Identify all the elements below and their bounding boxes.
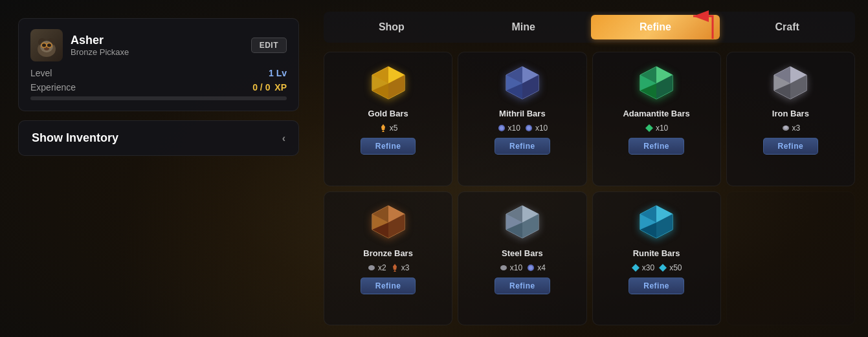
level-label: Level — [30, 68, 52, 78]
item-card-mithril-bars: Mithril Bars x10 x10 Refine — [458, 52, 586, 186]
avatar — [30, 29, 63, 61]
mithril-bars-name: Mithril Bars — [499, 109, 546, 118]
svg-marker-17 — [381, 124, 385, 130]
svg-marker-68 — [632, 264, 640, 272]
steel-bars-refine-button[interactable]: Refine — [495, 277, 550, 294]
profile-card: Asher Bronze Pickaxe EDIT Level 1 Lv Exp… — [18, 18, 299, 111]
experience-label: Experience — [30, 82, 76, 92]
item-card-adamantite-bars: Adamantite Bars x10 Refine — [592, 52, 721, 186]
iron-bars-cost: x3 — [781, 124, 801, 133]
tabs-bar: Shop Mine Refine Craft — [324, 12, 855, 43]
left-panel: Asher Bronze Pickaxe EDIT Level 1 Lv Exp… — [0, 0, 317, 337]
items-grid: Gold Bars x5 Refine — [324, 52, 855, 325]
mithril-bars-icon — [501, 61, 543, 103]
bronze-bars-refine-button[interactable]: Refine — [361, 277, 416, 294]
svg-point-50 — [368, 265, 375, 270]
stats-section: Level 1 Lv Experience 0 / 0 XP — [30, 68, 287, 100]
bronze-bars-cost: x2 x3 — [367, 263, 409, 272]
svg-marker-69 — [659, 264, 667, 272]
mithril-bars-cost: x10 x10 — [497, 124, 548, 133]
red-arrow-icon — [667, 6, 719, 45]
profile-subtitle: Bronze Pickaxe — [71, 47, 243, 57]
gold-bars-cost: x5 — [379, 124, 398, 133]
runite-bars-icon — [636, 201, 678, 243]
gold-bars-name: Gold Bars — [368, 109, 408, 118]
chevron-left-icon: ‹ — [282, 133, 285, 144]
show-inventory-button[interactable]: Show Inventory ‹ — [18, 120, 299, 156]
edit-button[interactable]: EDIT — [251, 38, 287, 53]
svg-point-43 — [784, 126, 788, 129]
tab-mine[interactable]: Mine — [459, 15, 588, 39]
xp-bar — [30, 96, 287, 100]
tab-shop[interactable]: Shop — [327, 15, 456, 39]
svg-point-61 — [529, 266, 533, 270]
bronze-bars-name: Bronze Bars — [363, 248, 413, 258]
gold-bars-cost-1: x5 — [390, 124, 398, 133]
gold-bars-icon — [367, 61, 409, 103]
runite-bars-cost: x30 x50 — [631, 263, 682, 272]
adamantite-bars-icon — [636, 61, 678, 103]
bronze-bars-icon — [367, 201, 409, 243]
svg-marker-51 — [393, 264, 397, 270]
mithril-bars-refine-button[interactable]: Refine — [495, 138, 550, 155]
item-card-runite-bars: Runite Bars x30 x50 Refine — [592, 191, 721, 326]
runite-bars-refine-button[interactable]: Refine — [629, 277, 684, 294]
profile-name: Asher — [71, 34, 243, 47]
right-panel: Shop Mine Refine Craft — [317, 0, 868, 337]
iron-bars-refine-button[interactable]: Refine — [763, 138, 819, 155]
steel-bars-name: Steel Bars — [502, 248, 543, 258]
item-card-empty — [726, 191, 855, 326]
svg-point-26 — [500, 126, 504, 130]
gold-bars-refine-button[interactable]: Refine — [361, 138, 416, 155]
item-card-gold-bars: Gold Bars x5 Refine — [324, 52, 452, 186]
svg-marker-35 — [645, 124, 653, 132]
svg-marker-52 — [394, 270, 396, 272]
svg-marker-18 — [382, 130, 384, 132]
tab-craft[interactable]: Craft — [722, 15, 852, 39]
adamantite-bars-name: Adamantite Bars — [623, 109, 689, 118]
svg-point-59 — [500, 265, 507, 270]
steel-bars-icon — [501, 201, 543, 243]
adamantite-bars-refine-button[interactable]: Refine — [629, 138, 684, 155]
adamantite-bars-cost: x10 — [645, 124, 668, 133]
runite-bars-name: Runite Bars — [633, 248, 680, 258]
steel-bars-cost: x10 x4 — [499, 263, 546, 272]
iron-bars-name: Iron Bars — [772, 109, 809, 118]
level-value: 1 Lv — [269, 68, 287, 78]
iron-bars-icon — [770, 61, 812, 103]
item-card-iron-bars: Iron Bars x3 Refine — [726, 52, 855, 186]
experience-value: 0 / 0 XP — [252, 82, 287, 92]
inventory-button-label: Show Inventory — [32, 131, 118, 145]
svg-point-28 — [527, 126, 531, 130]
item-card-bronze-bars: Bronze Bars x2 x3 Refine — [324, 191, 452, 326]
item-card-steel-bars: Steel Bars x10 x4 Refine — [458, 191, 586, 326]
